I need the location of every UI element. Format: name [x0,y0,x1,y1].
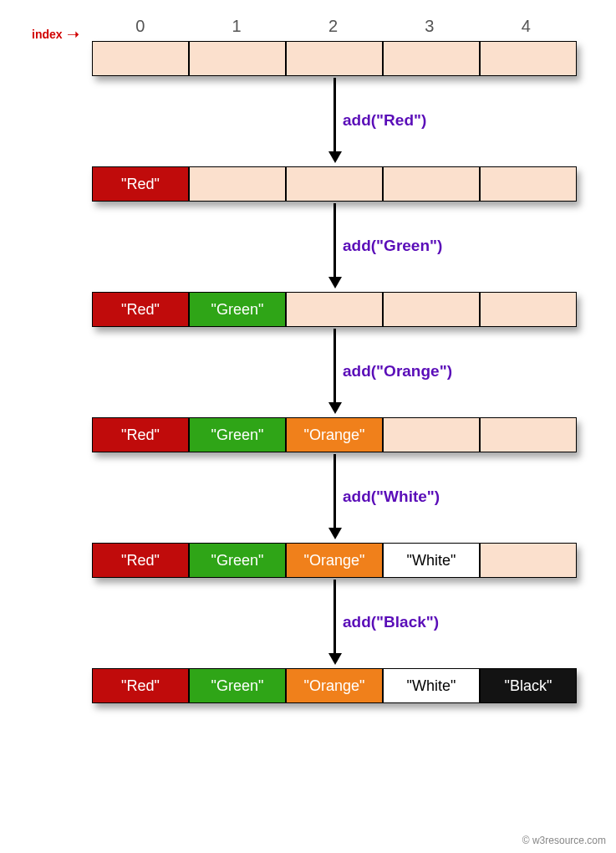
array-cell [480,543,577,578]
operation-label: add("White") [343,488,440,506]
array-cell: "Orange" [286,668,383,703]
array-cell: "Red" [92,543,189,578]
array-cell: "Orange" [286,417,383,452]
arrow-block: add("Red") [92,76,577,166]
array-row: "Red""Green""Orange""White" [92,543,577,578]
arrow-head-icon [328,653,342,665]
array-cell [480,292,577,327]
arrow-head-icon [328,402,342,414]
array-cell [480,166,577,202]
array-cell [383,417,480,452]
arrow-head-icon [328,277,342,289]
operation-label: add("Orange") [343,362,452,381]
arrow-line-icon [333,78,336,157]
array-row: "Red" [92,166,577,202]
array-cell: "Green" [189,417,286,452]
array-cell [383,166,480,202]
array-cell [286,41,383,76]
arrow-block: add("Orange") [92,327,577,417]
watermark: © w3resource.com [522,835,606,846]
index-arrow-icon: ➝ [67,30,79,38]
diagram-container: 0 1 2 3 4 add("Red") "Red" add("Green") … [0,0,616,720]
array-cell: "Green" [189,292,286,327]
array-cell: "White" [383,543,480,578]
arrow-line-icon [333,329,336,408]
array-cell [383,41,480,76]
array-cell: "Green" [189,543,286,578]
array-cell [480,417,577,452]
array-cell [286,166,383,202]
array-row: "Red""Green""Orange""White""Black" [92,668,577,703]
index-label: index [32,28,63,41]
arrow-block: add("Green") [92,202,577,292]
operation-label: add("Black") [343,613,439,631]
array-cell [383,292,480,327]
array-cell: "Red" [92,292,189,327]
arrow-line-icon [333,580,336,659]
array-cell: "Green" [189,668,286,703]
array-cell [189,41,286,76]
array-row: "Red""Green""Orange" [92,417,577,452]
arrow-line-icon [333,454,336,534]
array-cell: "White" [383,668,480,703]
arrow-head-icon [328,528,342,539]
array-cell [286,292,383,327]
arrow-line-icon [333,203,336,283]
array-cell: "Black" [480,668,577,703]
index-num: 0 [92,17,188,36]
array-cell: "Red" [92,166,189,202]
arrow-head-icon [328,151,342,163]
operation-label: add("Red") [343,111,426,130]
array-row [92,41,577,76]
array-cell: "Orange" [286,543,383,578]
index-num: 4 [478,17,574,36]
index-num: 2 [285,17,381,36]
array-cell [480,41,577,76]
arrow-block: add("Black") [92,578,577,668]
array-cell: "Red" [92,417,189,452]
index-num: 3 [381,17,477,36]
index-num: 1 [188,17,284,36]
index-header: 0 1 2 3 4 [92,17,574,36]
array-cell [92,41,189,76]
array-cell: "Red" [92,668,189,703]
operation-label: add("Green") [343,237,442,255]
arrow-block: add("White") [92,452,577,543]
array-cell [189,166,286,202]
array-row: "Red""Green" [92,292,577,327]
